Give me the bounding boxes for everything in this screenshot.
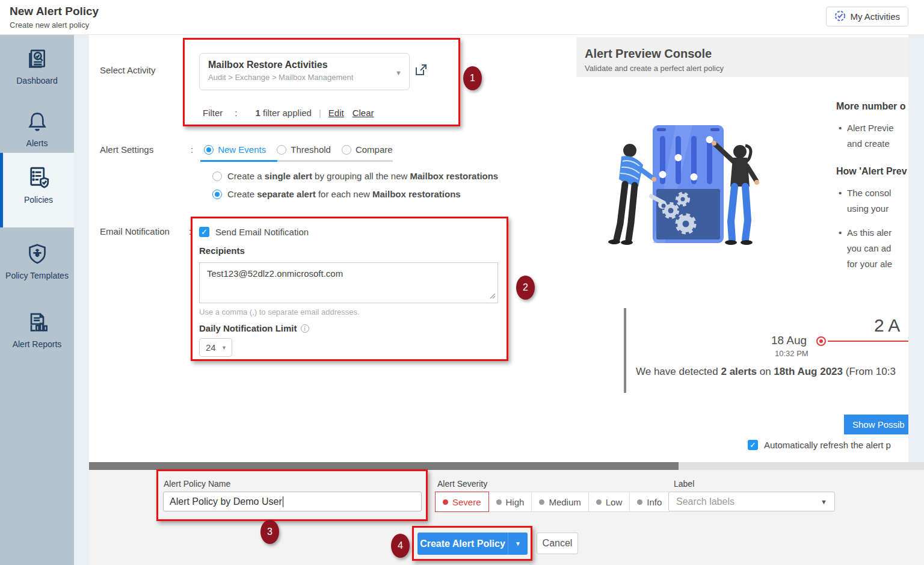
tab-threshold[interactable]: Threshold	[277, 144, 331, 155]
timeline-marker-icon	[816, 336, 826, 346]
activity-breadcrumb: Audit > Exchange > Mailbox Management	[208, 73, 391, 82]
timeline-alert-count: 2 A	[874, 315, 900, 336]
auto-refresh-checkbox[interactable]: ✓	[748, 440, 758, 450]
severity-dot-severe	[443, 499, 448, 505]
radio-new-events[interactable]	[204, 145, 214, 155]
filter-edit-link[interactable]: Edit	[328, 108, 344, 118]
sidebar-item-alerts[interactable]: Alerts	[0, 106, 74, 158]
sidebar-gutter	[74, 35, 89, 565]
sidebar-item-policies[interactable]: Policies	[0, 153, 74, 227]
show-possible-alerts-button[interactable]: Show Possib	[844, 415, 908, 434]
severity-dot-high	[496, 499, 502, 505]
daily-limit-select[interactable]: 24 ▼	[199, 338, 232, 357]
select-activity-label: Select Activity	[100, 65, 156, 75]
page-subtitle: Create new alert policy	[10, 20, 89, 29]
notes-heading-2: How 'Alert Prev	[836, 166, 908, 177]
alert-severity-label: Alert Severity	[437, 479, 487, 489]
policies-icon	[26, 182, 51, 192]
filter-colon: :	[235, 108, 237, 118]
alert-settings-label: Alert Settings	[100, 144, 153, 155]
activity-dropdown-value: Mailbox Restore Activities	[208, 60, 391, 70]
timeline-date: 18 Aug	[771, 334, 807, 347]
filter-row: Filter : 1 filter applied | Edit Clear	[203, 108, 374, 118]
activity-dropdown[interactable]: Mailbox Restore Activities Audit > Excha…	[199, 53, 410, 90]
severity-selector: Severe High Medium Low Info	[435, 492, 670, 512]
auto-refresh-row[interactable]: ✓ Automatically refresh the alert p	[748, 440, 891, 450]
alert-reports-icon	[25, 326, 49, 336]
create-policy-dropdown-arrow[interactable]: ▼	[508, 533, 528, 555]
filter-label: Filter	[203, 108, 223, 118]
cancel-button[interactable]: Cancel	[537, 533, 578, 554]
preview-illustration	[593, 120, 779, 258]
chevron-down-icon: ▼	[395, 69, 402, 76]
email-notification-label: Email Notification	[100, 226, 170, 236]
radio-single-alert[interactable]	[212, 171, 222, 181]
main-form-area	[89, 35, 576, 462]
radio-threshold[interactable]	[277, 145, 286, 155]
tab-underline-active	[200, 160, 277, 162]
recipients-textarea[interactable]: Test123@52dlz2.onmicrosoft.com	[199, 262, 498, 303]
alerts-bell-icon	[25, 125, 49, 135]
text-caret	[283, 496, 283, 507]
timeline-time: 10:32 PM	[775, 349, 808, 358]
filter-count: 1	[256, 108, 260, 118]
radio-separate-alert[interactable]	[212, 190, 222, 199]
send-email-checkbox-row[interactable]: ✓ Send Email Notification	[199, 227, 309, 237]
severity-info[interactable]: Info	[630, 492, 670, 512]
sidebar-item-alert-reports[interactable]: Alert Reports	[0, 307, 74, 367]
email-colon: :	[189, 226, 191, 236]
horizontal-scrollbar-thumb[interactable]	[89, 462, 679, 470]
group-separate-alert-option[interactable]: Create separate alert for each new Mailb…	[212, 189, 461, 199]
create-alert-policy-button[interactable]: Create Alert Policy ▼	[417, 533, 528, 555]
label-search-select[interactable]: Search labels ▼	[668, 492, 835, 511]
policy-templates-icon	[25, 258, 49, 268]
label-field-label: Label	[674, 479, 694, 489]
timeline-left-bar	[624, 308, 626, 393]
activities-check-icon	[834, 10, 846, 23]
my-activities-button[interactable]: My Activities	[826, 7, 908, 26]
external-link-icon[interactable]	[414, 63, 428, 79]
alert-mode-tabs: : New Events Threshold Compare	[191, 144, 393, 155]
chevron-down-icon: ▼	[221, 345, 227, 351]
settings-colon: :	[191, 144, 193, 155]
filter-clear-link[interactable]: Clear	[353, 108, 374, 118]
filter-applied-text: filter applied	[260, 108, 312, 118]
recipients-helper-text: Use a comma (,) to separate email addres…	[199, 307, 360, 316]
severity-dot-low	[596, 499, 602, 505]
page-header: New Alert Policy Create new alert policy…	[0, 0, 924, 35]
alert-preview-console: Alert Preview Console Validate and creat…	[576, 35, 908, 462]
severity-medium[interactable]: Medium	[532, 492, 588, 512]
severity-low[interactable]: Low	[589, 492, 630, 512]
sidebar-item-dashboard[interactable]: Dashboard	[0, 43, 74, 95]
sidebar-item-policy-templates[interactable]: Policy Templates	[0, 238, 74, 298]
page-title: New Alert Policy	[10, 5, 99, 18]
sidebar: Dashboard Alerts Policies Policy Templat…	[0, 35, 74, 565]
policy-name-label: Alert Policy Name	[164, 479, 230, 489]
page-edge-strip	[908, 35, 924, 462]
chevron-down-icon: ▼	[821, 498, 827, 505]
send-email-checkbox[interactable]: ✓	[199, 227, 209, 237]
detected-alerts-text: We have detected 2 alerts on 18th Aug 20…	[636, 366, 896, 378]
severity-dot-medium	[539, 499, 544, 505]
notes-heading-1: More number o	[836, 101, 908, 112]
resize-handle-icon[interactable]	[490, 291, 496, 301]
preview-subtitle: Validate and create a perfect alert poli…	[585, 64, 724, 73]
recipients-label: Recipients	[199, 245, 245, 256]
dashboard-icon	[25, 63, 49, 73]
severity-high[interactable]: High	[489, 492, 532, 512]
group-single-alert-option[interactable]: Create a single alert by grouping all th…	[212, 171, 498, 181]
severity-dot-info	[637, 499, 642, 505]
policy-name-input[interactable]: Alert Policy by Demo User	[163, 492, 422, 511]
info-icon: i	[301, 324, 309, 333]
preview-title: Alert Preview Console	[585, 47, 712, 61]
daily-limit-label: Daily Notification Limit i	[199, 323, 309, 333]
tab-new-events[interactable]: New Events	[204, 144, 266, 155]
radio-compare[interactable]	[342, 145, 351, 155]
preview-header: Alert Preview Console Validate and creat…	[576, 37, 908, 77]
preview-notes: More number o Alert Previe and create Ho…	[836, 101, 908, 272]
severity-severe[interactable]: Severe	[435, 492, 489, 512]
tab-compare[interactable]: Compare	[342, 144, 393, 155]
timeline-red-line	[828, 341, 908, 342]
